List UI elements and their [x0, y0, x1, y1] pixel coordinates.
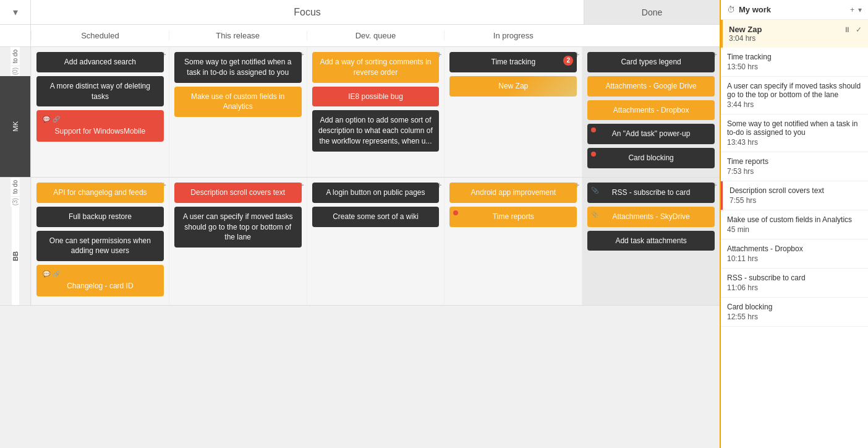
card-bb-time-reports[interactable]: Time reports — [449, 207, 577, 227]
sidebar-item-time-5: 45 min — [727, 225, 862, 234]
cell-mk-in-progress: + 2 Time tracking New Zap — [444, 47, 582, 177]
card-mk-time-tracking[interactable]: 2 Time tracking — [449, 52, 577, 72]
row-label-mk: MK — [12, 121, 19, 132]
sidebar-items: Time tracking 13:50 hrs A user can speci… — [721, 48, 868, 448]
row-name-mk: MK — [0, 76, 30, 177]
col-header-spacer — [0, 25, 31, 46]
attachment-icon-rss: 📎 — [591, 186, 598, 195]
todo-text-mk: to do — [12, 50, 19, 63]
sidebar-item-time-6: 10:11 hrs — [727, 254, 862, 263]
card-mk-new-zap[interactable]: New Zap — [449, 76, 577, 97]
sidebar-item-title-3: Time reports — [727, 157, 862, 166]
row-side-bb: to do (3) BB — [0, 178, 31, 305]
row-todo-label-mk: to do — [11, 47, 20, 66]
link-icon: 🔗 — [53, 115, 60, 124]
sidebar-item-5[interactable]: Make use of custom fields in Analytics 4… — [721, 210, 868, 239]
card-bb-user-specify[interactable]: A user can specify if moved tasks should… — [174, 207, 302, 248]
card-bb-changelog-cardid[interactable]: 💬 🔗 Changelog - card ID — [36, 265, 164, 296]
cell-bb-dev-queue: + A login button on public pages Create … — [307, 178, 445, 305]
sidebar-item-time-1: 3:44 hrs — [727, 100, 862, 109]
sidebar-expand-button[interactable]: ▾ — [858, 6, 862, 14]
red-bar-4 — [721, 181, 723, 210]
card-bb-permissions[interactable]: One can set permissions when adding new … — [36, 231, 164, 262]
row-todo-label-bb: to do — [11, 178, 20, 197]
cell-mk-scheduled: + Add advanced search A more distinct wa… — [31, 47, 169, 177]
card-mk-add-task-powerup[interactable]: An "Add task" power-up — [587, 124, 715, 144]
main-board: ▾ Focus Done Scheduled This release Dev.… — [0, 0, 720, 448]
red-dot-powerup — [591, 127, 596, 132]
card-bb-full-backup[interactable]: Full backup restore — [36, 207, 164, 227]
cell-mk-done: + Card types legend Attachments - Google… — [582, 47, 720, 177]
sidebar-item-7[interactable]: RSS - subscribe to card 11:06 hrs — [721, 269, 868, 298]
sidebar-actions: + ▾ — [850, 6, 862, 14]
col-headers-row: Scheduled This release Dev. queue In pro… — [0, 25, 720, 47]
row-mk: to do (0) MK + Add advanced search — [0, 47, 720, 178]
row-label-bb: BB — [12, 251, 19, 261]
todo-count-mk: (0) — [12, 67, 19, 75]
card-mk-column-desc[interactable]: Add an option to add some sort of descri… — [312, 110, 440, 151]
sidebar-item-time-0: 13:50 hrs — [727, 62, 862, 71]
col-header-this-release: This release — [169, 31, 307, 40]
card-mk-card-blocking[interactable]: Card blocking — [587, 148, 715, 168]
card-mk-sort-comments[interactable]: Add a way of sorting comments in reverse… — [312, 52, 440, 83]
sidebar-item-time-7: 11:06 hrs — [727, 283, 862, 292]
pause-icon[interactable]: ⏸ — [843, 25, 851, 34]
card-mk-custom-fields[interactable]: Make use of custom fields in Analytics — [174, 87, 302, 118]
link-icon-bb: 🔗 — [53, 270, 60, 278]
card-mk-add-advanced-search[interactable]: Add advanced search — [36, 52, 164, 72]
collapse-button[interactable]: ▾ — [0, 0, 31, 24]
sidebar-item-time-8: 12:55 hrs — [727, 312, 862, 321]
top-row: ▾ Focus Done — [0, 0, 720, 25]
sidebar: ⏱ My work + ▾ New Zap ⏸ ✓ 3:04 hrs Time … — [720, 0, 868, 448]
card-mk-card-types[interactable]: Card types legend — [587, 52, 715, 72]
card-bb-rss-subscribe[interactable]: 📎 RSS - subscribe to card — [587, 183, 715, 203]
col-header-scheduled: Scheduled — [31, 31, 169, 40]
sidebar-active-item[interactable]: New Zap ⏸ ✓ 3:04 hrs — [721, 20, 868, 48]
cell-mk-dev-queue: + Add a way of sorting comments in rever… — [307, 47, 445, 177]
card-bb-api-changelog[interactable]: API for changelog and feeds — [36, 183, 164, 203]
badge-2: 2 — [563, 56, 573, 66]
card-mk-distinct-delete[interactable]: A more distinct way of deleting tasks — [36, 76, 164, 107]
card-mk-windows-mobile[interactable]: 💬 🔗 Support for WindowsMobile — [36, 110, 164, 142]
card-bb-wiki[interactable]: Create some sort of a wiki — [312, 207, 440, 227]
sidebar-add-button[interactable]: + — [850, 6, 854, 14]
sidebar-item-title-8: Card blocking — [727, 303, 862, 311]
done-title: Done — [584, 0, 720, 24]
cells-bb: + API for changelog and feeds Full backu… — [31, 178, 720, 305]
card-bb-login-button[interactable]: A login button on public pages — [312, 183, 440, 203]
chevron-down-icon: ▾ — [13, 6, 18, 18]
sidebar-item-title-5: Make use of custom fields in Analytics — [727, 215, 862, 224]
comment-icon-bb: 💬 — [43, 270, 50, 278]
sidebar-item-2[interactable]: Some way to get notified when a task in … — [721, 114, 868, 152]
card-bb-desc-scroll[interactable]: Description scroll covers text — [174, 183, 302, 203]
red-dot-time-reports — [453, 210, 458, 215]
sidebar-item-6[interactable]: Attachments - Dropbox 10:11 hrs — [721, 239, 868, 269]
sidebar-item-time-3: 7:53 hrs — [727, 167, 862, 176]
sidebar-item-1[interactable]: A user can specify if moved tasks should… — [721, 77, 868, 114]
card-mk-attachments-gdrive[interactable]: Attachments - Google Drive — [587, 76, 715, 97]
card-bb-add-task-attachments[interactable]: Add task attachments — [587, 231, 715, 251]
card-bb-android-app[interactable]: Android app improvement — [449, 183, 577, 203]
sidebar-item-4[interactable]: Description scroll covers text 7:55 hrs — [721, 181, 868, 210]
sidebar-item-time-2: 13:43 hrs — [727, 138, 862, 147]
red-dot-desc — [178, 186, 183, 191]
sidebar-item-3[interactable]: Time reports 7:53 hrs — [721, 152, 868, 181]
card-mk-attachments-dropbox[interactable]: Attachments - Dropbox — [587, 100, 715, 121]
todo-text-bb: to do — [12, 180, 19, 194]
sidebar-item-0[interactable]: Time tracking 13:50 hrs — [721, 48, 868, 77]
card-mk-ie8-bug[interactable]: IE8 possible bug — [312, 87, 440, 107]
sidebar-item-8[interactable]: Card blocking 12:55 hrs — [721, 298, 868, 327]
card-bb-attachments-skydrive[interactable]: 📎 Attachments - SkyDrive — [587, 207, 715, 227]
sidebar-header: ⏱ My work + ▾ — [721, 0, 868, 20]
row-name-bb: BB — [12, 207, 19, 305]
cell-bb-scheduled: + API for changelog and feeds Full backu… — [31, 178, 169, 305]
card-mk-notify-todo[interactable]: Some way to get notified when a task in … — [174, 52, 302, 83]
row-todo-count-bb: (3) — [11, 197, 20, 207]
row-todo-count-mk: (0) — [11, 66, 20, 76]
focus-title: Focus — [31, 7, 584, 18]
check-icon[interactable]: ✓ — [856, 25, 862, 34]
sidebar-active-time: 3:04 hrs — [729, 34, 755, 43]
clock-icon: ⏱ — [727, 5, 735, 14]
cell-bb-this-release: + Description scroll covers text A user … — [169, 178, 307, 305]
sidebar-active-title: New Zap — [729, 25, 762, 34]
